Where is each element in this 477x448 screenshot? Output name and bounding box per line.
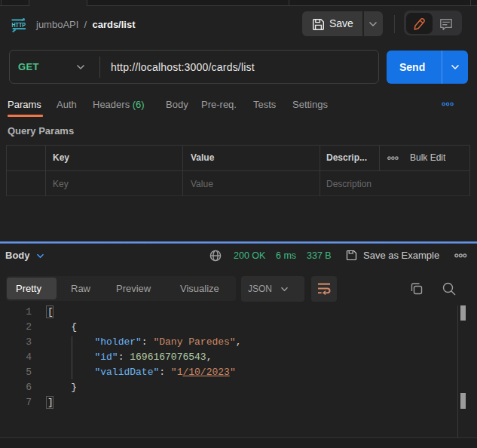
svg-text:HTTP: HTTP <box>11 20 26 29</box>
